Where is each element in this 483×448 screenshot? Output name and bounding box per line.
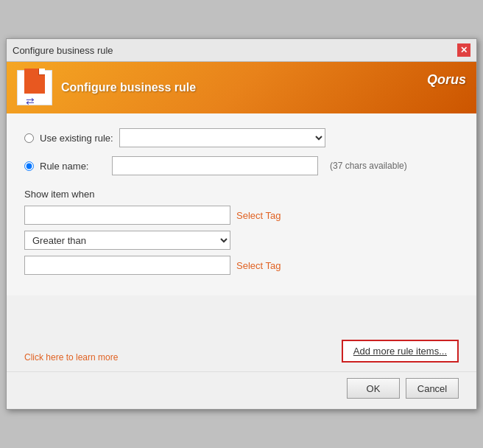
rule-name-input[interactable]: BusinessRule01 xyxy=(112,156,318,175)
header-left: ⇄ Configure business rule xyxy=(17,70,196,105)
select-tag-link-2[interactable]: Select Tag xyxy=(236,260,281,271)
cancel-button[interactable]: Cancel xyxy=(406,378,459,399)
document-icon xyxy=(24,69,45,94)
rule-name-label: Rule name: xyxy=(40,161,106,172)
value-input[interactable]: 1 xyxy=(24,256,230,275)
dialog-buttons: OK Cancel xyxy=(7,371,476,409)
title-bar: Configure business rule ✕ xyxy=(7,39,476,62)
chars-available: (37 chars available) xyxy=(330,161,407,171)
show-item-label: Show item when xyxy=(24,189,459,200)
use-existing-rule-row: Use existing rule: xyxy=(24,128,459,147)
select-tag-link-1[interactable]: Select Tag xyxy=(236,210,281,221)
use-existing-radio[interactable] xyxy=(24,133,34,143)
configure-business-rule-dialog: Configure business rule ✕ ⇄ Configure bu… xyxy=(6,38,477,410)
dialog-body: Use existing rule: Rule name: BusinessRu… xyxy=(7,113,476,295)
close-button[interactable]: ✕ xyxy=(457,43,470,57)
operator-select[interactable]: Greater than Less than Equal to Not equa… xyxy=(24,231,230,250)
rule-name-row: Rule name: BusinessRule01 (37 chars avai… xyxy=(24,156,459,175)
learn-more-link[interactable]: Click here to learn more xyxy=(24,352,118,363)
show-item-section: Show item when ID Select Tag Greater tha… xyxy=(24,189,459,275)
field-row: ID Select Tag xyxy=(24,206,459,225)
value-row: 1 Select Tag xyxy=(24,256,459,275)
header-icon-box: ⇄ xyxy=(17,70,52,105)
header-title: Configure business rule xyxy=(61,81,196,94)
ok-button[interactable]: OK xyxy=(347,378,400,399)
footer-links: Click here to learn more Add more rule i… xyxy=(7,295,476,371)
existing-rule-select[interactable] xyxy=(119,128,325,147)
field-input[interactable]: ID xyxy=(24,206,230,225)
use-existing-label: Use existing rule: xyxy=(40,133,113,144)
operator-row: Greater than Less than Equal to Not equa… xyxy=(24,231,459,250)
header-banner: ⇄ Configure business rule Qorus xyxy=(7,62,476,113)
add-more-rule-items-button[interactable]: Add more rule items... xyxy=(342,340,459,363)
qorus-logo: Qorus xyxy=(427,72,466,88)
dialog-title: Configure business rule xyxy=(13,45,113,56)
arrows-icon: ⇄ xyxy=(26,95,35,107)
rule-name-radio[interactable] xyxy=(24,161,34,171)
